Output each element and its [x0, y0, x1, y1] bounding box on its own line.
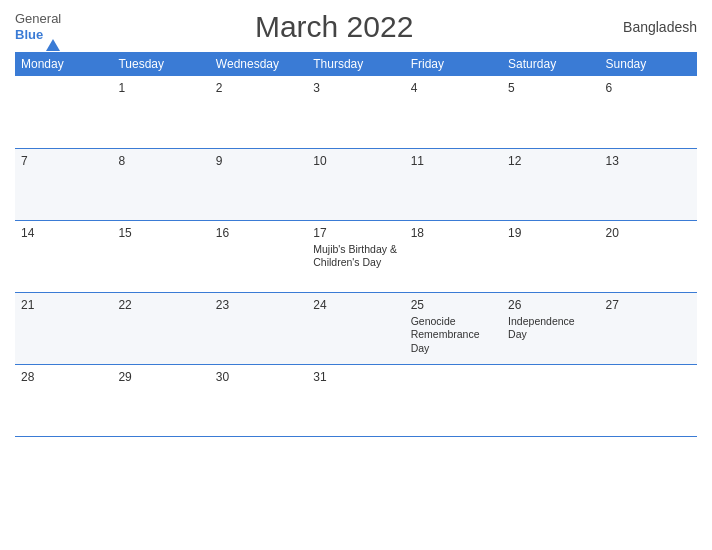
calendar-cell: 4 [405, 76, 502, 148]
day-number: 6 [606, 81, 691, 95]
calendar-cell: 11 [405, 148, 502, 220]
calendar-cell: 30 [210, 364, 307, 436]
header-thursday: Thursday [307, 52, 404, 76]
event-label: Genocide Remembrance Day [411, 315, 496, 356]
day-number: 30 [216, 370, 301, 384]
calendar-cell: 7 [15, 148, 112, 220]
day-number: 11 [411, 154, 496, 168]
day-number: 25 [411, 298, 496, 312]
logo-blue-text: Blue [15, 27, 61, 43]
calendar-cell [405, 364, 502, 436]
calendar-cell: 31 [307, 364, 404, 436]
calendar-table: Monday Tuesday Wednesday Thursday Friday… [15, 52, 697, 437]
day-number: 22 [118, 298, 203, 312]
calendar-cell: 20 [600, 220, 697, 292]
calendar-cell: 14 [15, 220, 112, 292]
calendar-cell: 15 [112, 220, 209, 292]
day-number: 12 [508, 154, 593, 168]
calendar-cell: 16 [210, 220, 307, 292]
calendar-cell: 6 [600, 76, 697, 148]
month-title: March 2022 [61, 10, 607, 44]
calendar-cell [502, 364, 599, 436]
day-number: 18 [411, 226, 496, 240]
event-label: Mujib's Birthday & Children's Day [313, 243, 398, 270]
country-label: Bangladesh [607, 19, 697, 35]
logo: General Blue [15, 11, 61, 42]
day-number: 10 [313, 154, 398, 168]
calendar-cell [15, 76, 112, 148]
calendar-week-row: 28293031 [15, 364, 697, 436]
day-number: 4 [411, 81, 496, 95]
day-number: 31 [313, 370, 398, 384]
day-number: 16 [216, 226, 301, 240]
day-number: 24 [313, 298, 398, 312]
event-label: Independence Day [508, 315, 593, 342]
calendar-cell: 27 [600, 292, 697, 364]
header-sunday: Sunday [600, 52, 697, 76]
calendar-cell: 22 [112, 292, 209, 364]
calendar-cell: 23 [210, 292, 307, 364]
calendar-cell: 26Independence Day [502, 292, 599, 364]
day-number: 20 [606, 226, 691, 240]
day-number: 13 [606, 154, 691, 168]
day-number: 26 [508, 298, 593, 312]
day-number: 2 [216, 81, 301, 95]
calendar-cell: 21 [15, 292, 112, 364]
day-number: 17 [313, 226, 398, 240]
day-number: 3 [313, 81, 398, 95]
calendar-week-row: 14151617Mujib's Birthday & Children's Da… [15, 220, 697, 292]
day-number: 9 [216, 154, 301, 168]
calendar-cell: 2 [210, 76, 307, 148]
header-monday: Monday [15, 52, 112, 76]
calendar-cell [600, 364, 697, 436]
calendar-cell: 18 [405, 220, 502, 292]
day-number: 7 [21, 154, 106, 168]
header-friday: Friday [405, 52, 502, 76]
calendar-week-row: 123456 [15, 76, 697, 148]
calendar-cell: 13 [600, 148, 697, 220]
calendar-cell: 8 [112, 148, 209, 220]
calendar-cell: 3 [307, 76, 404, 148]
day-number: 27 [606, 298, 691, 312]
day-number: 1 [118, 81, 203, 95]
calendar-cell: 1 [112, 76, 209, 148]
calendar-cell: 19 [502, 220, 599, 292]
calendar-cell: 29 [112, 364, 209, 436]
header-tuesday: Tuesday [112, 52, 209, 76]
calendar-cell: 9 [210, 148, 307, 220]
calendar-cell: 25Genocide Remembrance Day [405, 292, 502, 364]
header-saturday: Saturday [502, 52, 599, 76]
calendar-week-row: 2122232425Genocide Remembrance Day26Inde… [15, 292, 697, 364]
calendar-cell: 12 [502, 148, 599, 220]
day-number: 19 [508, 226, 593, 240]
calendar-cell: 28 [15, 364, 112, 436]
day-number: 28 [21, 370, 106, 384]
weekday-header-row: Monday Tuesday Wednesday Thursday Friday… [15, 52, 697, 76]
day-number: 23 [216, 298, 301, 312]
day-number: 15 [118, 226, 203, 240]
calendar-page: General Blue March 2022 Bangladesh Monda… [0, 0, 712, 550]
day-number: 29 [118, 370, 203, 384]
header-wednesday: Wednesday [210, 52, 307, 76]
calendar-cell: 17Mujib's Birthday & Children's Day [307, 220, 404, 292]
calendar-week-row: 78910111213 [15, 148, 697, 220]
calendar-cell: 10 [307, 148, 404, 220]
day-number: 14 [21, 226, 106, 240]
header: General Blue March 2022 Bangladesh [15, 10, 697, 44]
logo-triangle-icon [46, 24, 60, 51]
day-number: 21 [21, 298, 106, 312]
calendar-cell: 5 [502, 76, 599, 148]
day-number: 5 [508, 81, 593, 95]
day-number: 8 [118, 154, 203, 168]
calendar-cell: 24 [307, 292, 404, 364]
